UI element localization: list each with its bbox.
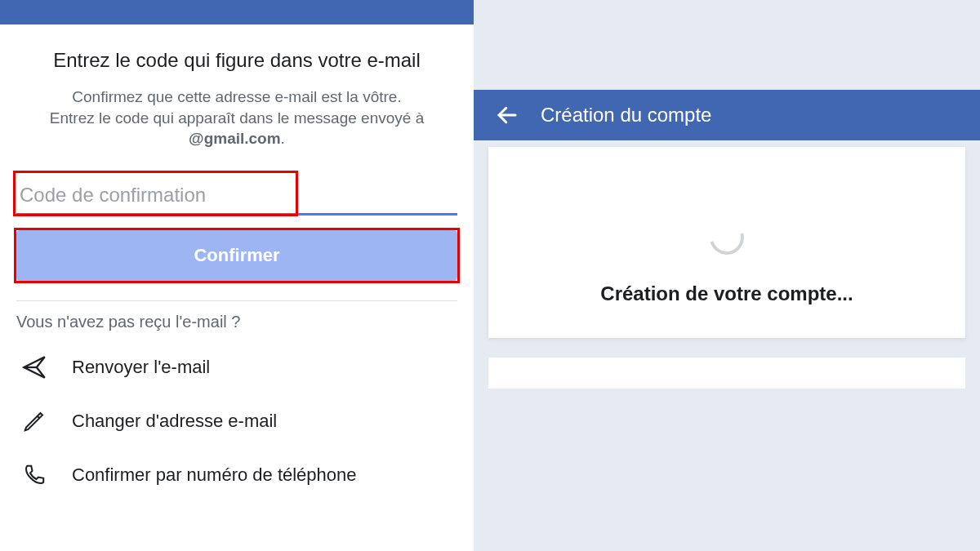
divider xyxy=(16,300,457,301)
option-label: Confirmer par numéro de téléphone xyxy=(72,464,357,486)
right-header-title: Création du compte xyxy=(541,104,711,127)
right-header: Création du compte xyxy=(474,90,980,140)
left-panel: Entrez le code qui figure dans votre e-m… xyxy=(0,0,474,551)
help-label: Vous n'avez pas reçu l'e-mail ? xyxy=(16,313,457,331)
pencil-icon xyxy=(20,407,49,436)
right-panel: Création du compte Création de votre com… xyxy=(474,0,980,551)
creation-card: Création de votre compte... xyxy=(488,147,965,338)
code-input-wrap xyxy=(16,174,457,216)
confirmation-code-input[interactable] xyxy=(16,174,457,216)
creation-text: Création de votre compte... xyxy=(600,282,853,305)
page-subtitle: Confirmez que cette adresse e-mail est l… xyxy=(16,87,457,149)
loading-spinner-icon xyxy=(703,214,750,260)
confirm-button[interactable]: Confirmer xyxy=(16,230,457,281)
send-icon xyxy=(20,353,49,382)
right-spacer xyxy=(474,0,980,90)
option-confirm-phone[interactable]: Confirmer par numéro de téléphone xyxy=(16,460,457,490)
option-change-email[interactable]: Changer d'adresse e-mail xyxy=(16,407,457,436)
email-text: @gmail.com xyxy=(189,130,281,147)
phone-icon xyxy=(20,460,49,490)
confirm-wrap: Confirmer xyxy=(16,230,457,281)
option-label: Changer d'adresse e-mail xyxy=(72,411,277,432)
option-resend-email[interactable]: Renvoyer l'e-mail xyxy=(16,353,457,382)
left-content: Entrez le code qui figure dans votre e-m… xyxy=(0,24,474,490)
subtitle-line1: Confirmez que cette adresse e-mail est l… xyxy=(72,88,401,105)
back-arrow-icon[interactable] xyxy=(495,103,519,127)
subtitle-line2: Entrez le code qui apparaît dans le mess… xyxy=(50,109,424,127)
bottom-strip xyxy=(488,358,965,389)
page-title: Entrez le code qui figure dans votre e-m… xyxy=(16,49,457,72)
option-label: Renvoyer l'e-mail xyxy=(72,357,210,378)
top-status-bar xyxy=(0,0,474,24)
period: . xyxy=(281,130,285,147)
